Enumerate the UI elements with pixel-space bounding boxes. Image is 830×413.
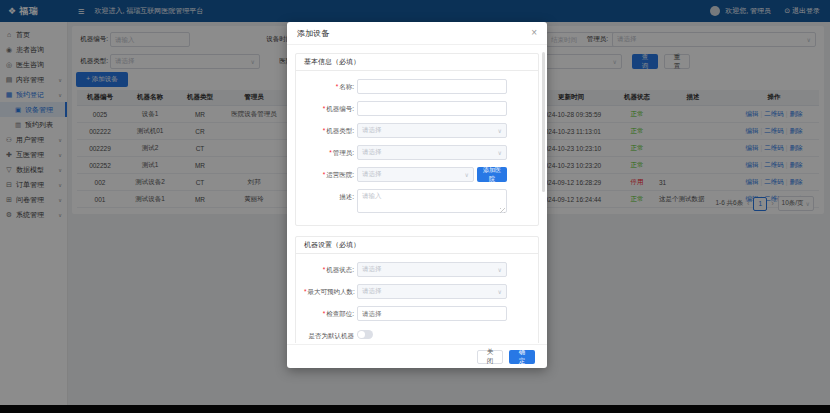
admin-select[interactable]: 请选择 (357, 145, 507, 160)
required-asterisk: * (323, 266, 326, 273)
check-part-input[interactable] (357, 306, 507, 321)
hospital-label: *运营医院: (304, 167, 357, 180)
required-asterisk: * (323, 310, 326, 317)
modal-header: 添加设备 × (287, 22, 547, 45)
device-settings-section: 机器设置（必填） *机器状态: 请选择 *最大可预约人数: 请选择 (295, 236, 539, 343)
add-hospital-button[interactable]: 添加医院 (477, 167, 507, 182)
modal-footer: 关 闭 确 定 (287, 344, 547, 368)
modal-title: 添加设备 (297, 28, 329, 39)
desc-textarea[interactable] (357, 189, 507, 213)
check-part-label: *检查部位: (304, 306, 357, 319)
chevron-down-icon (498, 266, 502, 273)
required-asterisk: * (323, 171, 326, 178)
device-status-select[interactable]: 请选择 (357, 262, 507, 277)
device-type-select[interactable]: 请选择 (357, 123, 507, 138)
modal-confirm-button[interactable]: 确 定 (509, 350, 535, 364)
chevron-down-icon (465, 171, 469, 178)
close-icon[interactable]: × (531, 28, 537, 38)
admin-label: *管理员: (304, 145, 357, 158)
section-title-basic-info: 基本信息（必填） (296, 54, 538, 71)
required-asterisk: * (323, 127, 326, 134)
default-device-label: 是否为默认机器 (304, 328, 357, 341)
select-placeholder: 请选择 (362, 265, 498, 274)
max-booking-label: *最大可预约人数: (304, 284, 357, 297)
modal-scrollbar[interactable] (542, 52, 545, 192)
desc-label: 描述: (304, 189, 357, 202)
chevron-down-icon (498, 127, 502, 134)
device-status-label: *机器状态: (304, 262, 357, 275)
default-device-toggle[interactable] (357, 330, 373, 339)
device-no-label: *机器编号: (304, 101, 357, 114)
select-placeholder: 请选择 (362, 170, 465, 179)
required-asterisk: * (336, 83, 339, 90)
section-title-device-settings: 机器设置（必填） (296, 237, 538, 254)
device-type-label: *机器类型: (304, 123, 357, 136)
app-window: ❖ 福瑞 ≡ 欢迎进入, 福瑞互联网医院管理平台 欢迎您, 管理员 ⊙ 退出登录… (0, 0, 830, 413)
name-label: *名称: (304, 79, 357, 92)
hospital-select[interactable]: 请选择 (357, 167, 474, 182)
select-placeholder: 请选择 (362, 287, 498, 296)
required-asterisk: * (323, 105, 326, 112)
device-no-input[interactable] (357, 101, 507, 116)
chevron-down-icon (498, 149, 502, 156)
max-booking-select[interactable]: 请选择 (357, 284, 507, 299)
select-placeholder: 请选择 (362, 126, 498, 135)
modal-close-button[interactable]: 关 闭 (477, 350, 503, 364)
name-input[interactable] (357, 79, 507, 94)
required-asterisk: * (329, 149, 332, 156)
modal-body: 基本信息（必填） *名称: *机器编号: *机器类型: 请选择 (287, 45, 547, 343)
chevron-down-icon (498, 288, 502, 295)
select-placeholder: 请选择 (362, 148, 498, 157)
required-asterisk: * (304, 288, 307, 295)
basic-info-section: 基本信息（必填） *名称: *机器编号: *机器类型: 请选择 (295, 53, 539, 226)
add-device-modal: 添加设备 × 基本信息（必填） *名称: *机器编号: *机器类型: (287, 22, 547, 368)
